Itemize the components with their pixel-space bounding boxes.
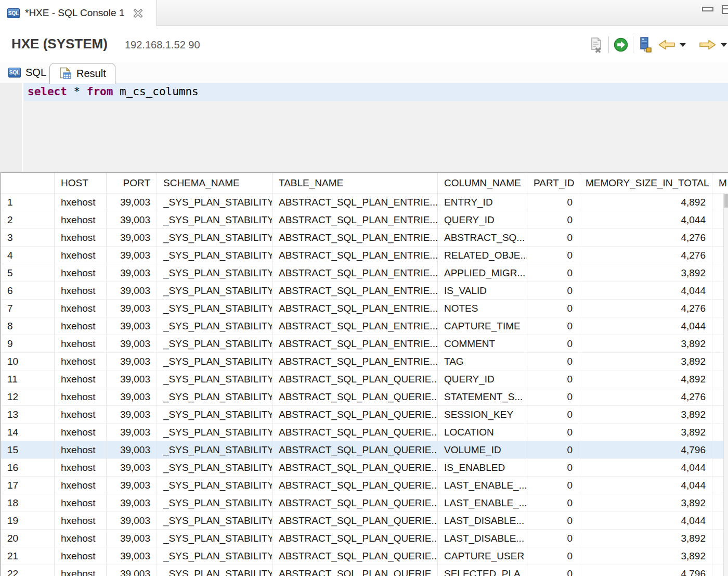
cell-table: ABSTRACT_SQL_PLAN_QUERIE... xyxy=(272,494,438,512)
cell-table: ABSTRACT_SQL_PLAN_ENTRIE... xyxy=(272,353,438,370)
close-icon[interactable] xyxy=(133,8,143,18)
editor-tab-bar: SQL *HXE - SQL Console 1 xyxy=(0,0,728,26)
cell-column: LAST_ENABLE_... xyxy=(438,494,527,512)
cell-mem: 4,044 xyxy=(579,211,712,229)
forward-dropdown-icon[interactable] xyxy=(721,43,727,47)
execute-icon[interactable] xyxy=(614,37,628,52)
cancel-execution-icon[interactable] xyxy=(589,36,604,53)
cell-part: 0 xyxy=(527,477,579,494)
cell-table: ABSTRACT_SQL_PLAN_QUERIE... xyxy=(272,370,438,388)
cell-num: 9 xyxy=(1,335,55,353)
cell-column: SESSION_KEY xyxy=(438,406,527,424)
column-header-num[interactable] xyxy=(1,173,55,194)
cell-host: hxehost xyxy=(55,547,107,565)
cell-mem: 3,892 xyxy=(579,530,712,547)
cell-schema: _SYS_PLAN_STABILITY xyxy=(157,477,272,494)
toolbar-separator xyxy=(608,36,609,53)
maximize-icon[interactable] xyxy=(722,5,728,14)
cell-mem: 4,044 xyxy=(579,512,712,530)
table-row[interactable]: 16hxehost39,003_SYS_PLAN_STABILITYABSTRA… xyxy=(1,459,728,477)
cell-mem: 3,892 xyxy=(579,424,712,441)
table-row[interactable]: 6hxehost39,003_SYS_PLAN_STABILITYABSTRAC… xyxy=(1,282,728,300)
cell-mem: 3,892 xyxy=(579,547,712,565)
cell-part: 0 xyxy=(527,530,579,547)
table-row[interactable]: 1hxehost39,003_SYS_PLAN_STABILITYABSTRAC… xyxy=(1,194,728,211)
table-row[interactable]: 5hxehost39,003_SYS_PLAN_STABILITYABSTRAC… xyxy=(1,264,728,282)
column-header-schema[interactable]: SCHEMA_NAME xyxy=(157,173,272,194)
cell-part: 0 xyxy=(527,300,579,317)
table-row[interactable]: 2hxehost39,003_SYS_PLAN_STABILITYABSTRAC… xyxy=(1,211,728,229)
vertical-scrollbar[interactable] xyxy=(723,194,728,576)
cell-num: 19 xyxy=(1,512,55,530)
cell-schema: _SYS_PLAN_STABILITY xyxy=(157,424,272,441)
cell-host: hxehost xyxy=(55,388,107,406)
scrollbar-thumb[interactable] xyxy=(724,194,728,208)
table-row[interactable]: 4hxehost39,003_SYS_PLAN_STABILITYABSTRAC… xyxy=(1,247,728,264)
table-row[interactable]: 19hxehost39,003_SYS_PLAN_STABILITYABSTRA… xyxy=(1,512,728,530)
table-row[interactable]: 10hxehost39,003_SYS_PLAN_STABILITYABSTRA… xyxy=(1,353,728,370)
table-row[interactable]: 3hxehost39,003_SYS_PLAN_STABILITYABSTRAC… xyxy=(1,229,728,247)
table-row[interactable]: 13hxehost39,003_SYS_PLAN_STABILITYABSTRA… xyxy=(1,406,728,424)
result-grid: HOSTPORTSCHEMA_NAMETABLE_NAMECOLUMN_NAME… xyxy=(1,173,728,576)
table-row[interactable]: 15hxehost39,003_SYS_PLAN_STABILITYABSTRA… xyxy=(1,441,728,459)
column-header-host[interactable]: HOST xyxy=(55,173,107,194)
cell-part: 0 xyxy=(527,229,579,247)
cell-port: 39,003 xyxy=(107,441,157,459)
cell-mem: 4,044 xyxy=(579,477,712,494)
cell-schema: _SYS_PLAN_STABILITY xyxy=(157,317,272,335)
table-row[interactable]: 20hxehost39,003_SYS_PLAN_STABILITYABSTRA… xyxy=(1,530,728,547)
column-header-m[interactable]: M xyxy=(712,173,728,194)
cell-column: LAST_DISABLE... xyxy=(438,512,527,530)
cell-table: ABSTRACT_SQL_PLAN_QUERIE... xyxy=(272,565,438,576)
table-row[interactable]: 14hxehost39,003_SYS_PLAN_STABILITYABSTRA… xyxy=(1,424,728,441)
cell-port: 39,003 xyxy=(107,547,157,565)
cell-num: 17 xyxy=(1,477,55,494)
sql-keyword: from xyxy=(87,85,113,98)
column-header-port[interactable]: PORT xyxy=(107,173,157,194)
column-header-table[interactable]: TABLE_NAME xyxy=(272,173,438,194)
cell-part: 0 xyxy=(527,353,579,370)
connection-icon[interactable] xyxy=(638,36,654,53)
back-icon[interactable] xyxy=(658,40,675,50)
table-row[interactable]: 18hxehost39,003_SYS_PLAN_STABILITYABSTRA… xyxy=(1,494,728,512)
table-row[interactable]: 17hxehost39,003_SYS_PLAN_STABILITYABSTRA… xyxy=(1,477,728,494)
cell-column: ENTRY_ID xyxy=(438,194,527,211)
forward-icon[interactable] xyxy=(699,40,716,50)
cell-column: NOTES xyxy=(438,300,527,317)
console-tab-title: *HXE - SQL Console 1 xyxy=(25,7,125,19)
column-header-column[interactable]: COLUMN_NAME xyxy=(438,173,527,194)
cell-num: 12 xyxy=(1,388,55,406)
cell-part: 0 xyxy=(527,247,579,264)
table-row[interactable]: 11hxehost39,003_SYS_PLAN_STABILITYABSTRA… xyxy=(1,370,728,388)
cell-table: ABSTRACT_SQL_PLAN_ENTRIE... xyxy=(272,194,438,211)
cell-port: 39,003 xyxy=(107,264,157,282)
cell-num: 16 xyxy=(1,459,55,477)
table-row[interactable]: 21hxehost39,003_SYS_PLAN_STABILITYABSTRA… xyxy=(1,547,728,565)
tab-result[interactable]: Result xyxy=(49,63,115,84)
sql-statement: select * from m_cs_columns xyxy=(24,83,728,101)
cell-host: hxehost xyxy=(55,264,107,282)
column-header-part[interactable]: PART_ID xyxy=(527,173,579,194)
back-dropdown-icon[interactable] xyxy=(680,43,686,47)
tab-sql[interactable]: SQL SQL xyxy=(0,62,55,83)
sql-editor[interactable]: select * from m_cs_columns xyxy=(0,83,728,172)
table-row[interactable]: 22hxehost39,003_SYS_PLAN_STABILITYABSTRA… xyxy=(1,565,728,576)
console-tab[interactable]: SQL *HXE - SQL Console 1 xyxy=(0,0,157,26)
sql-console-icon: SQL xyxy=(7,8,20,18)
table-row[interactable]: 7hxehost39,003_SYS_PLAN_STABILITYABSTRAC… xyxy=(1,300,728,317)
cell-mem: 3,892 xyxy=(579,353,712,370)
cell-schema: _SYS_PLAN_STABILITY xyxy=(157,211,272,229)
column-header-mem[interactable]: MEMORY_SIZE_IN_TOTAL xyxy=(579,173,712,194)
cell-schema: _SYS_PLAN_STABILITY xyxy=(157,530,272,547)
cell-column: QUERY_ID xyxy=(438,211,527,229)
minimize-icon[interactable] xyxy=(702,7,713,11)
table-row[interactable]: 9hxehost39,003_SYS_PLAN_STABILITYABSTRAC… xyxy=(1,335,728,353)
cell-column: SELECTED_PLA... xyxy=(438,565,527,576)
cell-num: 22 xyxy=(1,565,55,576)
cell-host: hxehost xyxy=(55,530,107,547)
cell-mem: 4,892 xyxy=(579,370,712,388)
table-row[interactable]: 8hxehost39,003_SYS_PLAN_STABILITYABSTRAC… xyxy=(1,317,728,335)
cell-port: 39,003 xyxy=(107,494,157,512)
table-row[interactable]: 12hxehost39,003_SYS_PLAN_STABILITYABSTRA… xyxy=(1,388,728,406)
cell-part: 0 xyxy=(527,370,579,388)
